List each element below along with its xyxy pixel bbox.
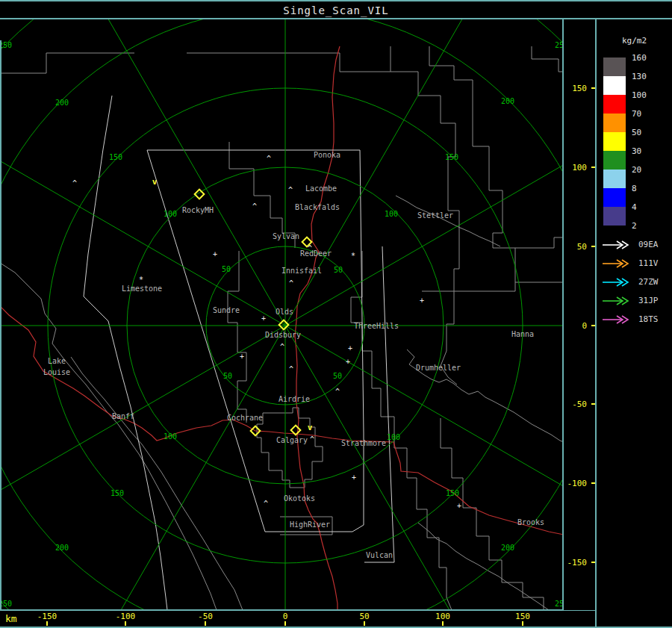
radar-site-id: 27ZW (638, 277, 659, 287)
range-ring-label: 200 (501, 97, 514, 105)
town-marker: * (139, 276, 143, 284)
color-legend-panel: kg/m2 16013010070503020842 09EA111V27ZW3… (597, 19, 672, 627)
city-label: Ponoka (314, 149, 340, 161)
azimuth-spoke (0, 116, 285, 326)
city-label: ThreeHills (354, 320, 399, 332)
legend-threshold-label: 160 (632, 53, 647, 63)
x-axis-tick (284, 621, 286, 626)
radar-map[interactable]: 5050505010010010010015015015015020020020… (0, 19, 564, 610)
town-marker: + (213, 250, 217, 258)
x-axis-tick (205, 621, 206, 626)
x-axis-tick-label: 100 (435, 612, 450, 621)
town-marker: + (352, 473, 356, 482)
legend-threshold-label: 100 (632, 90, 647, 100)
city-label: RedDeer (300, 248, 332, 259)
city-label: Olds (276, 306, 293, 317)
town-marker: + (346, 358, 350, 366)
town-marker: ^ (289, 279, 293, 287)
town-marker: + (348, 344, 352, 352)
legend-threshold-label: 4 (632, 202, 637, 212)
range-ring-label: 250 (0, 600, 12, 608)
city-label: Vulcan (366, 550, 393, 561)
city-label: Innisfail (281, 265, 322, 276)
town-marker: ^ (288, 186, 293, 194)
legend-color-swatch (603, 188, 626, 207)
x-axis-tick-label: 150 (515, 612, 530, 621)
town-marker: + (420, 296, 424, 305)
legend-color-swatch (603, 207, 626, 226)
radar-site-arrow-icon (602, 259, 632, 268)
radar-site-id: 31JP (638, 296, 659, 305)
legend-threshold-label: 2 (632, 221, 637, 231)
x-axis-tick-label: -100 (116, 612, 136, 621)
range-ring-label: 200 (55, 544, 69, 552)
city-label: Cochrane (227, 412, 263, 423)
range-ring-label: 50 (222, 265, 231, 273)
range-ring-label: 100 (385, 210, 398, 218)
range-ring-label: 150 (109, 153, 122, 161)
legend-unit-label: kg/m2 (622, 36, 647, 46)
legend-threshold-label: 50 (632, 128, 641, 137)
x-axis-tick-label: -150 (37, 612, 57, 621)
city-label: Sundre (213, 305, 240, 316)
y-axis-tick-label: -100 (564, 479, 587, 488)
range-ring-label: 100 (387, 433, 400, 441)
legend-threshold-label: 130 (632, 72, 647, 81)
range-ring-label: 200 (55, 99, 69, 107)
range-ring-label: 150 (111, 489, 124, 497)
town-marker: ^ (267, 155, 271, 163)
town-marker: + (261, 314, 266, 323)
legend-color-swatch (603, 132, 626, 151)
legend-color-swatch (603, 76, 626, 95)
radar-site-id: 09EA (638, 240, 659, 249)
legend-color-swatch (603, 151, 626, 170)
city-label: Airdrie (279, 394, 310, 405)
legend-threshold-label: 8 (632, 184, 637, 193)
legend-color-swatch (603, 114, 626, 132)
azimuth-spoke (285, 19, 494, 326)
y-axis-tick-label: -50 (564, 400, 587, 409)
legend-color-swatch (603, 170, 626, 188)
range-ring-label: 100 (164, 432, 177, 441)
city-label: Strathmore (341, 438, 386, 449)
city-label: Drumheller (416, 362, 461, 373)
city-label: Brooks (517, 517, 544, 528)
city-label: RockyMH (182, 205, 214, 216)
radar-site-arrow-icon (602, 240, 632, 249)
x-axis-tick (442, 621, 444, 626)
town-marker: + (457, 502, 461, 510)
range-ring-label: 50 (223, 372, 232, 380)
town-marker: ^ (72, 179, 77, 187)
motion-arrow-icon: v (152, 177, 158, 187)
city-label: HighRiver (290, 519, 330, 530)
x-axis-tick (522, 621, 523, 626)
city-label: Limestone (122, 283, 162, 294)
city-label: Okotoks (284, 493, 315, 504)
radar-site-arrow-icon (602, 296, 632, 305)
legend-color-swatch (603, 57, 626, 76)
y-axis-tick-label: 50 (564, 242, 587, 252)
x-axis-tick (125, 621, 126, 626)
legend-threshold-label: 20 (632, 165, 641, 175)
y-axis-tick-label: 100 (564, 163, 587, 172)
town-marker: ^ (289, 365, 293, 373)
town-marker: ^ (280, 343, 284, 351)
azimuth-spoke (285, 326, 494, 610)
motion-arrow-icon: v (308, 423, 313, 432)
x-axis-tick-label: -50 (198, 612, 213, 621)
x-axis-tick-label: 0 (283, 612, 288, 621)
azimuth-spoke (76, 326, 285, 610)
legend-color-swatch (603, 95, 626, 114)
y-axis-tick-label: -150 (564, 558, 587, 568)
town-marker: + (240, 352, 244, 361)
town-marker: * (351, 252, 355, 260)
right-axis: 150100500-50-100-150 (564, 19, 596, 610)
town-marker: ^ (310, 435, 314, 444)
x-axis-tick (364, 621, 365, 626)
y-axis-tick-label: 0 (564, 321, 587, 331)
legend-threshold-label: 30 (632, 146, 641, 156)
y-axis-tick-label: 150 (564, 84, 587, 93)
radar-site-arrow-icon (602, 315, 632, 324)
map-border-left (0, 40, 1, 610)
top-border-line (0, 0, 672, 1)
